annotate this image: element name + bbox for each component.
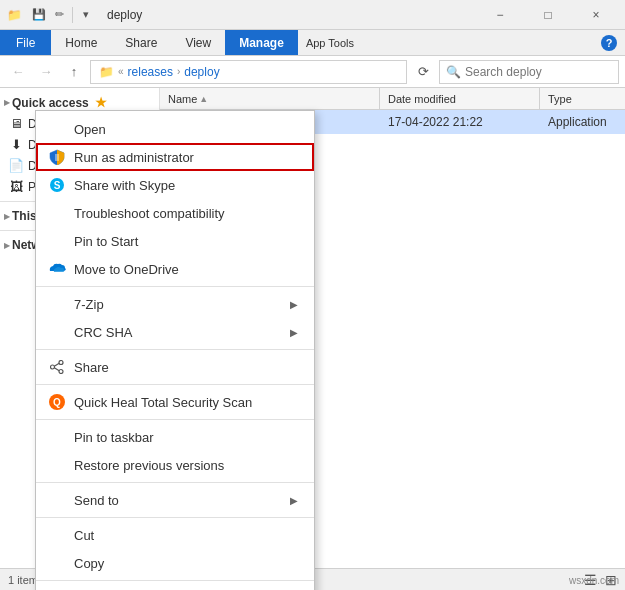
context-menu: Open Run as administrator S Share with S…: [35, 110, 315, 590]
shield-uac-icon: [48, 148, 66, 166]
ctx-divider-3: [36, 384, 314, 385]
ctx-7zip-arrow: ▶: [290, 299, 298, 310]
ctx-quick-heal[interactable]: Q Quick Heal Total Security Scan: [36, 388, 314, 416]
address-bar[interactable]: 📁 « releases › deploy: [90, 60, 407, 84]
forward-button[interactable]: →: [34, 60, 58, 84]
chevron-right-icon3: ▸: [4, 239, 10, 252]
rename-icon[interactable]: ✏: [50, 6, 68, 24]
restore-icon: [48, 456, 66, 474]
ctx-cut-label: Cut: [74, 528, 298, 543]
dropdown-icon[interactable]: ▾: [77, 6, 95, 24]
svg-point-3: [59, 361, 63, 365]
crumb-deploy[interactable]: deploy: [184, 65, 219, 79]
ctx-cut[interactable]: Cut: [36, 521, 314, 549]
svg-text:S: S: [54, 180, 61, 191]
ctx-run-as-admin[interactable]: Run as administrator: [36, 143, 314, 171]
maximize-button[interactable]: □: [525, 0, 571, 30]
ctx-open[interactable]: Open: [36, 115, 314, 143]
7zip-icon: [48, 295, 66, 313]
separator: [72, 7, 73, 23]
search-bar[interactable]: 🔍: [439, 60, 619, 84]
ctx-divider-2: [36, 349, 314, 350]
ctx-copy-label: Copy: [74, 556, 298, 571]
tab-manage[interactable]: Manage: [225, 30, 298, 55]
tab-share[interactable]: Share: [111, 30, 171, 55]
svg-rect-0: [55, 154, 59, 161]
svg-point-5: [59, 370, 63, 374]
ctx-restore-versions[interactable]: Restore previous versions: [36, 451, 314, 479]
onedrive-icon: [48, 260, 66, 278]
nav-bar: ← → ↑ 📁 « releases › deploy ⟳ 🔍: [0, 56, 625, 88]
ctx-share-skype[interactable]: S Share with Skype: [36, 171, 314, 199]
star-icon: ★: [95, 95, 107, 110]
ctx-divider-7: [36, 580, 314, 581]
col-type[interactable]: Type: [540, 88, 625, 109]
ctx-create-shortcut[interactable]: Create shortcut: [36, 584, 314, 590]
breadcrumb: 📁 « releases › deploy: [99, 65, 220, 79]
ribbon-tabs: File Home Share View Manage App Tools ?: [0, 30, 625, 56]
ctx-divider-6: [36, 517, 314, 518]
minimize-button[interactable]: −: [477, 0, 523, 30]
ctx-crc-arrow: ▶: [290, 327, 298, 338]
quick-access-icons: 💾 ✏ ▾: [30, 6, 95, 24]
title-bar: 📁 💾 ✏ ▾ deploy − □ ×: [0, 0, 625, 30]
close-button[interactable]: ×: [573, 0, 619, 30]
col-type-label: Type: [548, 93, 572, 105]
ctx-open-label: Open: [74, 122, 298, 137]
folder-small-icon: 📁: [99, 65, 114, 79]
ctx-share-label: Share: [74, 360, 298, 375]
col-date[interactable]: Date modified: [380, 88, 540, 109]
ctx-run-as-admin-label: Run as administrator: [74, 150, 298, 165]
pin-taskbar-icon: [48, 428, 66, 446]
ctx-crc-sha[interactable]: CRC SHA ▶: [36, 318, 314, 346]
share-icon: [48, 358, 66, 376]
col-date-label: Date modified: [388, 93, 456, 105]
ctx-divider-5: [36, 482, 314, 483]
quickheal-icon: Q: [48, 393, 66, 411]
tab-file[interactable]: File: [0, 30, 51, 55]
tab-home[interactable]: Home: [51, 30, 111, 55]
help-icon[interactable]: ?: [601, 35, 625, 51]
app-tools-label: App Tools: [298, 37, 362, 49]
ctx-pin-start[interactable]: Pin to Start: [36, 227, 314, 255]
ctx-pin-taskbar[interactable]: Pin to taskbar: [36, 423, 314, 451]
search-icon: 🔍: [446, 65, 461, 79]
crc-icon: [48, 323, 66, 341]
open-icon: [48, 120, 66, 138]
tab-view[interactable]: View: [171, 30, 225, 55]
title-bar-left: 📁 💾 ✏ ▾ deploy: [6, 6, 477, 24]
window-title: deploy: [107, 8, 142, 22]
ctx-quick-heal-label: Quick Heal Total Security Scan: [74, 395, 298, 410]
documents-icon: 📄: [8, 158, 24, 173]
file-list-header: Name ▲ Date modified Type: [160, 88, 625, 110]
crumb-sep2: ›: [177, 66, 180, 77]
ctx-divider-4: [36, 419, 314, 420]
ctx-onedrive-label: Move to OneDrive: [74, 262, 298, 277]
ctx-move-onedrive[interactable]: Move to OneDrive: [36, 255, 314, 283]
ctx-pin-taskbar-label: Pin to taskbar: [74, 430, 298, 445]
ctx-divider-1: [36, 286, 314, 287]
send-to-icon: [48, 491, 66, 509]
search-input[interactable]: [465, 65, 615, 79]
ctx-7zip-label: 7-Zip: [74, 297, 282, 312]
ctx-restore-label: Restore previous versions: [74, 458, 298, 473]
ctx-crc-label: CRC SHA: [74, 325, 282, 340]
crumb-releases[interactable]: releases: [128, 65, 173, 79]
up-button[interactable]: ↑: [62, 60, 86, 84]
col-name[interactable]: Name ▲: [160, 88, 380, 109]
copy-icon: [48, 554, 66, 572]
ctx-send-to[interactable]: Send to ▶: [36, 486, 314, 514]
back-button[interactable]: ←: [6, 60, 30, 84]
col-name-label: Name: [168, 93, 197, 105]
ctx-troubleshoot[interactable]: Troubleshoot compatibility: [36, 199, 314, 227]
help-circle: ?: [601, 35, 617, 51]
ctx-share[interactable]: Share: [36, 353, 314, 381]
chevron-right-icon2: ▸: [4, 210, 10, 223]
chevron-right-icon: ▸: [4, 96, 10, 109]
ctx-7zip[interactable]: 7-Zip ▶: [36, 290, 314, 318]
refresh-button[interactable]: ⟳: [411, 60, 435, 84]
save-icon[interactable]: 💾: [30, 6, 48, 24]
ctx-copy[interactable]: Copy: [36, 549, 314, 577]
quick-access-label: Quick access: [12, 96, 89, 110]
file-type-cell: Application: [540, 115, 625, 129]
